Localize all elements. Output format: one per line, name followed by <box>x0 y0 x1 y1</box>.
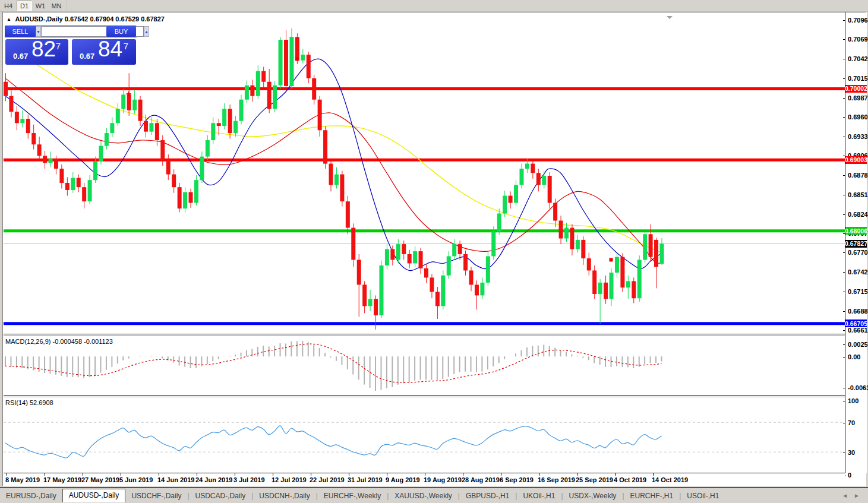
date-tick-mark <box>425 473 425 476</box>
rsi-indicator-plot[interactable] <box>4 397 845 473</box>
tick-mark <box>843 357 845 358</box>
tick-mark <box>843 252 845 253</box>
rsi-tick: 0 <box>848 472 851 479</box>
chart-ohlc-values: 0.67542 0.67904 0.67529 0.67827 <box>65 15 165 23</box>
date-tick-label: 12 Jul 2019 <box>272 476 307 483</box>
chart-tab-ukoil-h1[interactable]: UKOil-,H1 <box>517 490 561 502</box>
panel-divider-shadow <box>4 335 866 336</box>
date-tick-label: 6 Sep 2019 <box>500 476 534 483</box>
price-tick: 0.70420 <box>848 55 868 62</box>
date-tick-label: 17 May 2019 <box>43 476 81 483</box>
chart-tab-audusd-daily[interactable]: AUDUSD-,Daily <box>62 489 126 502</box>
date-tick-mark <box>159 473 159 476</box>
rsi-label: RSI(14) 52.6908 <box>5 399 53 406</box>
date-tick-label: 9 Aug 2019 <box>386 476 420 483</box>
chart-tab-xauusd-weekly[interactable]: XAUUSD-,Weekly <box>389 490 457 502</box>
current-price-label: 0.67827 <box>845 240 867 248</box>
date-tick-mark <box>577 473 577 476</box>
chart-tab-eurchf-h1[interactable]: EURCHF-,H1 <box>624 490 680 502</box>
panel-divider[interactable] <box>4 334 866 334</box>
timeframe-button-h4[interactable]: H4 <box>1 1 16 11</box>
date-tick-label: 19 Aug 2019 <box>424 476 462 483</box>
price-tick: 0.68785 <box>848 172 868 179</box>
chart-tab-usdx-weekly[interactable]: USDX-,Weekly <box>563 490 623 502</box>
price-tick: 0.69605 <box>848 113 868 121</box>
chart-tab-bar: EURUSD-,DailyAUDUSD-,DailyUSDCHF-,Daily|… <box>0 487 868 503</box>
sell-price-pip: 7 <box>56 41 61 51</box>
toolbar-separator <box>66 1 67 10</box>
price-tick: 0.68515 <box>848 191 868 198</box>
date-tick-mark <box>653 473 654 476</box>
volume-control: ▼ ▲ <box>36 26 106 37</box>
price-tick: 0.67700 <box>848 249 868 256</box>
timeframe-button-mn[interactable]: MN <box>49 1 64 11</box>
rsi-tick: 30 <box>848 449 855 456</box>
date-tick-mark <box>83 473 83 476</box>
chart-tab-eurchf-weekly[interactable]: EURCHF-,Weekly <box>318 490 387 502</box>
date-tick-label: 24 Jun 2019 <box>195 476 232 483</box>
date-tick-mark <box>539 473 539 476</box>
price-tick: 0.69330 <box>848 133 868 140</box>
panel-divider[interactable] <box>4 396 866 396</box>
tick-mark <box>843 388 845 388</box>
tick-mark <box>843 20 845 21</box>
date-tick-label: 14 Jun 2019 <box>157 476 194 483</box>
tick-mark <box>843 401 845 401</box>
sell-button[interactable]: SELL <box>5 26 35 37</box>
date-tick-mark <box>121 473 121 476</box>
date-tick-mark <box>7 473 7 476</box>
tab-scroll-right-icon[interactable]: ► <box>854 492 860 499</box>
timeframe-button-d1[interactable]: D1 <box>17 1 32 11</box>
macd-indicator-plot[interactable] <box>4 336 845 396</box>
date-tick-label: 4 Oct 2019 <box>614 476 646 483</box>
buy-button[interactable]: BUY <box>106 26 136 37</box>
date-tick-label: 28 Aug 2019 <box>462 476 500 483</box>
tick-mark <box>843 195 845 195</box>
chart-tab-eurusd-daily[interactable]: EURUSD-,Daily <box>0 490 62 502</box>
date-axis[interactable]: 8 May 201917 May 201927 May 20195 Jun 20… <box>4 473 845 486</box>
date-tick-label: 5 Jun 2019 <box>119 476 153 483</box>
price-tick: 0.67155 <box>848 288 868 295</box>
chart-tab-usdchf-daily[interactable]: USDCHF-,Daily <box>125 490 187 502</box>
price-tick: 0.69875 <box>848 94 868 102</box>
date-tick-mark <box>349 473 349 476</box>
tick-mark <box>843 39 845 40</box>
tick-mark <box>843 78 845 79</box>
price-axis[interactable]: 0.709650.706950.704200.701500.698750.696… <box>845 12 867 473</box>
price-tick: 0.68240 <box>848 211 868 218</box>
timeframe-button-w1[interactable]: W1 <box>33 1 48 11</box>
date-tick-mark <box>615 473 616 476</box>
level-price-label: 0.68006 <box>845 227 867 235</box>
sell-price-prefix: 0.67 <box>13 52 28 61</box>
tick-mark <box>843 214 845 215</box>
buy-price-prefix: 0.67 <box>80 52 94 61</box>
rsi-tick: 100 <box>848 397 858 404</box>
chart-tab-usdcad-daily[interactable]: USDCAD-,Daily <box>190 490 252 502</box>
date-tick-label: 27 May 2019 <box>81 476 119 483</box>
chart-tab-gbpusd-h1[interactable]: GBPUSD-,H1 <box>460 490 515 502</box>
chart-tab-usdcnh-daily[interactable]: USDCNH-,Daily <box>253 490 315 502</box>
macd-tick: -0.006326 <box>848 384 868 391</box>
chart-title: ▲ AUDUSD-,Daily 0.67542 0.67904 0.67529 … <box>7 15 165 23</box>
volume-increase-button[interactable]: ▲ <box>144 26 149 37</box>
date-tick-label: 8 May 2019 <box>5 476 40 483</box>
tick-mark <box>843 453 845 453</box>
date-tick-mark <box>501 473 501 476</box>
tick-mark <box>843 292 845 292</box>
level-price-label: 0.66705 <box>845 319 867 327</box>
tick-mark <box>843 98 845 99</box>
price-tick: 0.67425 <box>848 268 868 276</box>
tick-mark <box>843 344 845 345</box>
date-tick-label: 31 Jul 2019 <box>348 476 383 483</box>
date-tick-label: 14 Oct 2019 <box>652 476 688 483</box>
chart-tab-usoil-h1[interactable]: USOil-,H1 <box>681 490 725 502</box>
date-tick-label: 22 Jul 2019 <box>310 476 345 483</box>
timeframe-toolbar: H4D1W1MN <box>0 0 868 12</box>
macd-label: MACD(12,26,9) -0.000458 -0.001123 <box>5 338 113 345</box>
collapse-arrow-icon[interactable]: ▲ <box>7 17 11 22</box>
volume-decrease-button[interactable]: ▼ <box>36 26 41 37</box>
tab-scroll-left-icon[interactable]: ◄ <box>842 492 848 499</box>
price-tick: 0.70150 <box>848 75 868 82</box>
sell-price-box[interactable]: 0.67 82 7 <box>5 39 68 65</box>
buy-price-box[interactable]: 0.67 84 7 <box>72 39 136 65</box>
